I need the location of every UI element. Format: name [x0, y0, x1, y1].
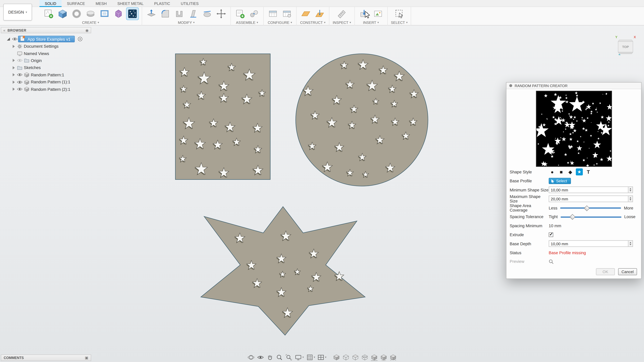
- measure-icon[interactable]: [336, 8, 348, 20]
- sweep-icon[interactable]: [85, 8, 96, 20]
- circle-shape-icon[interactable]: ●: [549, 169, 556, 176]
- tolerance-slider[interactable]: [560, 214, 621, 220]
- browser-item-random-pattern-2-1[interactable]: Random Pattern (2):1: [1, 86, 91, 93]
- expander-icon[interactable]: [11, 80, 16, 84]
- select-tool-icon[interactable]: [393, 8, 405, 20]
- base-depth-input[interactable]: [549, 240, 628, 247]
- pan-icon[interactable]: [265, 354, 274, 361]
- browser-item-label[interactable]: Sketches: [24, 66, 41, 70]
- select-base-profile-button[interactable]: Select: [549, 178, 571, 184]
- insert-canvas-icon[interactable]: [372, 8, 384, 20]
- document-state-badge-icon[interactable]: [77, 36, 83, 42]
- draft-icon[interactable]: [187, 8, 199, 20]
- tab-surface[interactable]: SURFACE: [62, 0, 90, 7]
- expander-icon[interactable]: [6, 36, 11, 42]
- view-cube[interactable]: Y X Z TOP: [614, 34, 638, 58]
- configuration-settings-icon[interactable]: [281, 8, 293, 20]
- browser-item-random-pattern-1[interactable]: Random Pattern:1: [1, 71, 91, 78]
- slider-thumb[interactable]: [584, 205, 590, 211]
- extrude-icon[interactable]: [57, 8, 68, 20]
- orbit-icon[interactable]: [246, 354, 256, 361]
- tab-solid[interactable]: SOLID: [39, 0, 62, 7]
- shell-icon[interactable]: [173, 8, 185, 20]
- grid-and-snaps-icon[interactable]: ▾: [305, 354, 316, 361]
- expander-icon[interactable]: [11, 65, 16, 70]
- revolve-icon[interactable]: [71, 8, 82, 20]
- browser-item-label[interactable]: Random Pattern:1: [31, 72, 64, 77]
- browser-root-row[interactable]: App Store Examples v1: [1, 35, 91, 43]
- toolbar-group-label[interactable]: CREATE: [82, 20, 96, 25]
- random-pattern-icon[interactable]: [126, 8, 138, 20]
- configuration-table-icon[interactable]: [267, 8, 279, 20]
- axis-icon[interactable]: [314, 8, 326, 20]
- text-shape-icon[interactable]: T: [585, 169, 592, 176]
- offset-plane-icon[interactable]: [300, 8, 312, 20]
- toolbar-group-label[interactable]: ASSEMBLE: [236, 20, 256, 25]
- minimum-shape-size-input[interactable]: [549, 187, 628, 193]
- browser-item-document-settings[interactable]: Document Settings: [1, 43, 91, 50]
- eye-icon[interactable]: [16, 87, 23, 91]
- expander-icon[interactable]: [11, 58, 16, 63]
- browser-panel-header[interactable]: « BROWSER ◉: [1, 27, 91, 33]
- browser-item-random-pattern-1-1[interactable]: Random Pattern (1):1: [1, 78, 91, 86]
- browser-item-label[interactable]: Named Views: [24, 51, 49, 56]
- browser-item-sketches[interactable]: Sketches: [1, 64, 91, 71]
- toolbar-group-label[interactable]: CONFIGURE: [268, 20, 289, 25]
- cancel-button[interactable]: Cancel: [618, 268, 637, 275]
- press-pull-icon[interactable]: [145, 8, 157, 20]
- expander-icon[interactable]: [11, 86, 16, 92]
- zoom-icon[interactable]: [275, 354, 284, 361]
- browser-item-label[interactable]: Document Settings: [24, 44, 58, 48]
- diamond-shape-icon[interactable]: ◆: [567, 169, 574, 176]
- root-document-highlight[interactable]: App Store Examples v1: [18, 36, 74, 42]
- star-shape-icon[interactable]: ★: [576, 169, 583, 176]
- spinner-stepper[interactable]: [628, 187, 633, 193]
- eye-icon[interactable]: [16, 73, 23, 77]
- fillet-icon[interactable]: [159, 8, 171, 20]
- section-analysis-icon[interactable]: [360, 354, 369, 361]
- browser-item-origin[interactable]: Origin: [1, 57, 91, 64]
- eye-icon[interactable]: [16, 58, 23, 63]
- comments-options-icon[interactable]: ▣: [85, 356, 88, 360]
- browser-item-named-views[interactable]: Named Views: [1, 50, 91, 57]
- tab-utilities[interactable]: UTILITIES: [176, 0, 204, 7]
- mesh-display-icon[interactable]: [341, 354, 350, 361]
- expander-icon[interactable]: [11, 44, 16, 49]
- new-component-icon[interactable]: [234, 8, 246, 20]
- fit-icon[interactable]: [284, 354, 294, 361]
- coverage-slider[interactable]: [560, 204, 621, 211]
- ok-button[interactable]: OK: [596, 268, 615, 275]
- extrude-checkbox[interactable]: [549, 232, 553, 237]
- move-copy-icon[interactable]: [215, 8, 227, 20]
- rib-icon[interactable]: [98, 8, 110, 20]
- joint-icon[interactable]: [248, 8, 260, 20]
- tab-plastic[interactable]: PLASTIC: [149, 0, 176, 7]
- toolbar-group-label[interactable]: CONSTRUCT: [300, 20, 323, 25]
- magnifier-icon[interactable]: [549, 259, 554, 264]
- toolbar-group-label[interactable]: MODIFY: [178, 20, 192, 25]
- spinner-stepper[interactable]: [628, 240, 633, 247]
- look-at-icon[interactable]: [256, 354, 265, 361]
- dialog-header[interactable]: RANDOM PATTERN CREATOR: [506, 82, 641, 89]
- square-shape-icon[interactable]: ■: [558, 169, 565, 176]
- component-color-icon[interactable]: [350, 354, 360, 361]
- tab-sheet-metal[interactable]: SHEET METAL: [112, 0, 149, 7]
- browser-item-label[interactable]: Random Pattern (2):1: [31, 87, 70, 92]
- browser-item-label[interactable]: Origin: [31, 58, 42, 63]
- slider-thumb[interactable]: [570, 214, 576, 220]
- collapse-panel-icon[interactable]: «: [3, 28, 6, 32]
- object-shadow-icon[interactable]: [379, 354, 388, 361]
- design-workspace-dropdown[interactable]: DESIGN ▾: [3, 4, 32, 20]
- spinner-stepper[interactable]: [628, 196, 633, 202]
- tab-mesh[interactable]: MESH: [90, 0, 112, 7]
- visual-style-icon[interactable]: [332, 354, 341, 361]
- browser-item-label[interactable]: Random Pattern (1):1: [31, 80, 70, 84]
- toolbar-group-label[interactable]: INSERT: [363, 20, 376, 25]
- environment-icon[interactable]: [388, 354, 398, 361]
- expander-icon[interactable]: [11, 72, 16, 78]
- eye-icon[interactable]: [11, 37, 18, 41]
- new-sketch-icon[interactable]: [43, 8, 55, 20]
- viewports-icon[interactable]: ▾: [316, 354, 327, 361]
- maximum-shape-size-input[interactable]: [549, 196, 628, 202]
- coil-icon[interactable]: [112, 8, 124, 20]
